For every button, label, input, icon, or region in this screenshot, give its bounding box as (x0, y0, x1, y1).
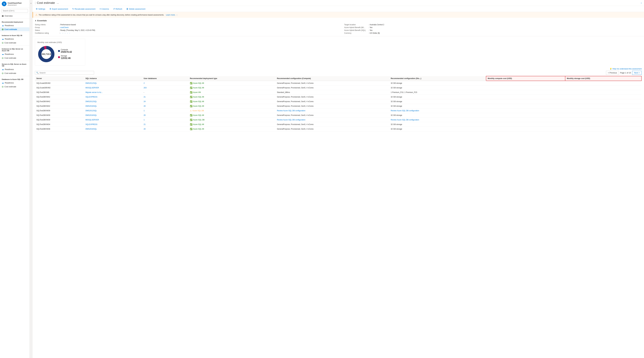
cell-config-compute: Standard_M8ms (276, 90, 389, 95)
sidebar-item-vmsrv-cost[interactable]: ◎ Cost estimate (0, 71, 30, 75)
refresh-button[interactable]: ↺ Refresh (112, 7, 123, 11)
sidebar-item-vmsrv-readiness[interactable]: ☁ Readiness (0, 67, 30, 71)
sidebar-item-vminstance-cost[interactable]: ◎ Cost estimate (0, 56, 30, 60)
app-subtitle: Assessment (8, 4, 22, 6)
collapse-sidebar-button[interactable]: « (30, 1, 32, 5)
cell-config-compute: GeneralPurpose, Provisioned, Gen5, 4 vCo… (276, 122, 389, 127)
more-options-icon[interactable]: ... (57, 1, 59, 4)
search-input[interactable] (2, 9, 28, 12)
sql-instance-link[interactable]: DMS2016SQL (86, 105, 97, 107)
target-value: Australia Central 2 (370, 24, 384, 26)
sql-instance-link[interactable]: DMS2016SQL (86, 114, 97, 116)
sql-instance-link[interactable]: Migrate server to Az... (86, 91, 103, 93)
cell-server: SQLScaleDBVM2 (35, 85, 84, 90)
hybrid-wi-value: Yes (370, 26, 372, 28)
cell-sql-instance: Migrate server to Az... (84, 90, 142, 95)
cell-sql-instance: MSSQLSERVER (84, 118, 142, 122)
cell-deployment: ✅Azure SQL DB (188, 118, 276, 122)
table-section: 💡 Help me understand this assessment 🔍 <… (32, 68, 644, 134)
confidence-label: Confidence rating (35, 32, 58, 34)
ready-icon: ✅ (190, 91, 192, 93)
user-db-link[interactable]: 21 (144, 96, 146, 98)
cell-server: SQLTestDBVM42 (35, 99, 84, 104)
cell-user-db: 21 (142, 95, 188, 99)
table-row: SQLTestDBVM42 SQLEXPRESS 21 ✅Azure SQL M… (35, 95, 642, 99)
sidebar-item-mi-readiness[interactable]: ☁ Readiness (0, 37, 30, 41)
cloud-icon-3: ☁ (2, 53, 4, 55)
warning-learn-more-link[interactable]: Learn more. → (166, 14, 178, 16)
sql-instance-link[interactable]: MSSQLSERVER (86, 119, 99, 121)
review-compute-link2[interactable]: Review Azure SQL DB configuration (277, 119, 305, 121)
cell-config-compute: GeneralPurpose, Provisioned, Gen5, 4 vCo… (276, 85, 389, 90)
columns-button[interactable]: ≡ Columns (99, 7, 110, 11)
sidebar-item-rec-cost[interactable]: ◎ Cost estimate (0, 27, 30, 31)
sidebar-item-rec-readiness[interactable]: ☁ Readiness (0, 23, 30, 27)
col-sql-instance: SQL instance (84, 76, 142, 81)
user-db-link[interactable]: 203 (144, 87, 146, 89)
sql-instance-link[interactable]: DMS2016SQL (86, 128, 97, 130)
export-button[interactable]: ⬇ Export assessment (48, 7, 69, 11)
col-user-databases: User databases (142, 76, 188, 81)
currency-label: Currency (344, 32, 368, 34)
table-row: SQLScaleDBVM2 MSSQLSERVER 203 ✅Azure SQL… (35, 85, 642, 90)
user-db-link[interactable]: 24 (144, 100, 146, 102)
status-badge: ✅Azure SQL MI (190, 96, 274, 98)
previous-button[interactable]: < Previous (606, 71, 619, 75)
table-body: SQLScaleDBVM2 DMS2012SQL 2 ✅Azure SQL MI… (35, 81, 642, 131)
ready-icon: ✅ (190, 128, 192, 130)
cell-user-db: 20 (142, 127, 188, 131)
group-link[interactable]: costCheck (60, 26, 68, 28)
essentials-row-status: Status : Ready (Thursday, May 5, 2022, 4… (35, 29, 338, 32)
legend-storage-value: 12032.46 (61, 57, 71, 59)
user-db-link[interactable]: 20 (144, 114, 146, 116)
sidebar-item-vminstance-readiness[interactable]: ☁ Readiness (0, 52, 30, 56)
delete-label: Delete assessment (129, 8, 145, 10)
review-compute-link[interactable]: Review Azure SQL DB configuration (277, 110, 305, 112)
app-name: CostCheckTest (8, 2, 22, 4)
user-db-link[interactable]: 21 (144, 123, 146, 125)
status-badge: ✅Azure SQL MI (190, 123, 274, 126)
sql-instance-link[interactable]: SQLEXPRESS (86, 96, 98, 98)
cell-config-compute: GeneralPurpose, Provisioned, Gen5, 4 vCo… (276, 95, 389, 99)
recalculate-button[interactable]: ↻ Recalculate assessment (72, 7, 96, 11)
app-logo: $ (2, 1, 6, 6)
essentials-header[interactable]: ∧ Essentials (35, 19, 642, 22)
sidebar-item-sqldb-readiness[interactable]: ☁ Readiness (0, 81, 30, 85)
recalculate-label: Recalculate assessment (75, 8, 96, 10)
sql-instance-link[interactable]: MSSQLSERVER (86, 87, 99, 89)
sql-instance-link[interactable]: DMS2012SQL (86, 100, 97, 102)
user-db-link[interactable]: 1 (144, 110, 144, 112)
review-storage-link[interactable]: Review Azure SQL DB configuration (391, 110, 419, 112)
sidebar-item-mi-cost[interactable]: ◎ Cost estimate (0, 41, 30, 45)
sidebar-item-sqldb-cost[interactable]: ◎ Cost estimate (0, 85, 30, 88)
cell-config-compute: Review Azure SQL DB configuration (276, 118, 389, 122)
help-link[interactable]: 💡 Help me understand this assessment (610, 68, 642, 70)
user-db-link[interactable]: 20 (144, 128, 146, 130)
review-storage-link2[interactable]: Review Azure SQL DB configuration (391, 119, 419, 121)
user-db-link[interactable]: 1 (144, 119, 144, 121)
table-search-input[interactable] (40, 72, 93, 74)
expand-icon[interactable]: › (641, 2, 642, 4)
next-button[interactable]: Next > (632, 71, 642, 75)
table-row: SQLTestDBVM42 DMS2012SQL 24 ✅Azure SQL M… (35, 99, 642, 104)
table-row: SQLScaleDBVM2 DMS2012SQL 2 ✅Azure SQL MI… (35, 81, 642, 85)
confidence-link[interactable]: - - - - - (60, 32, 70, 34)
cell-user-db: - (142, 90, 188, 95)
user-db-link[interactable]: 20 (144, 105, 146, 107)
user-db-link[interactable]: 2 (144, 82, 144, 84)
sidebar-item-overview[interactable]: ▦ Overview (0, 14, 30, 18)
cell-user-db: 1 (142, 118, 188, 122)
table-row: SQLTestDBVM38 DMS2016SQL 20 ✅Azure SQL M… (35, 127, 642, 131)
ready-icon: ✅ (190, 87, 192, 89)
col-deployment-type: Recommended deployment type (188, 76, 276, 81)
delete-button[interactable]: 🗑 Delete assessment (126, 7, 146, 11)
cell-sql-instance: MSSQLSERVER (84, 85, 142, 90)
settings-icon: ⚙ (36, 8, 38, 10)
sql-instance-link[interactable]: SQLEXPRESS (86, 123, 98, 125)
section-vmsrv: Servers to SQL Server on Azure VM (0, 62, 30, 67)
status-badge: ✅Azure SQL MI (190, 82, 274, 84)
sql-instance-link[interactable]: DMS2012SQL (86, 82, 97, 84)
settings-button[interactable]: ⚙ Settings (35, 7, 46, 11)
cell-config-compute: GeneralPurpose, Provisioned, Gen5, 4 vCo… (276, 81, 389, 85)
sql-instance-link[interactable]: DMS2012SQL (86, 110, 97, 112)
